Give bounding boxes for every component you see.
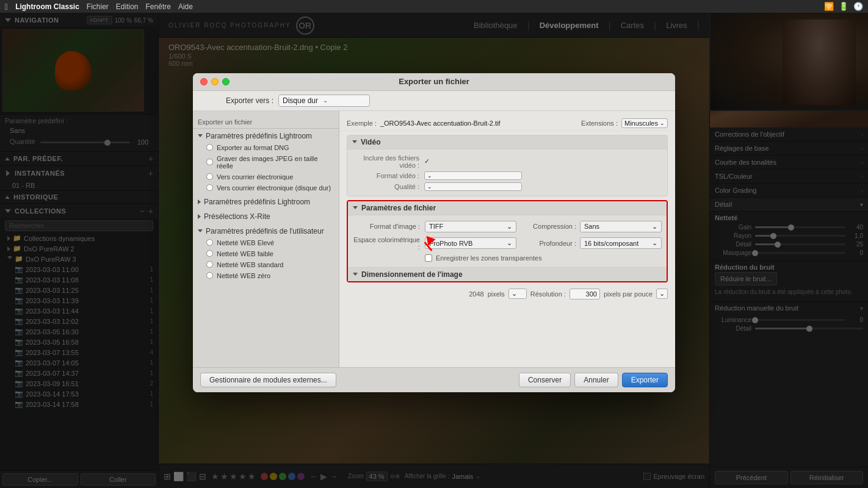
file-params-toggle-icon — [353, 206, 358, 209]
video-quality-select[interactable]: ⌄ — [424, 182, 522, 191]
exporter-vers-arrow-icon: ⌄ — [323, 97, 328, 104]
preset-header-user[interactable]: Paramètres prédéfinis de l'utilisateur — [193, 225, 339, 237]
preset-item-email-disk[interactable]: Vers courrier électronique (disque dur) — [193, 182, 339, 193]
video-toggle-icon — [352, 140, 357, 143]
compression-select[interactable]: Sans ⌄ — [580, 221, 662, 232]
video-format-label: Format vidéo : — [352, 172, 419, 179]
profondeur-select[interactable]: 16 bits/composant ⌄ — [580, 237, 662, 249]
preset-section-lr1: Paramètres prédéfinis Lightroom Exporter… — [193, 129, 339, 195]
compression-value: Sans — [584, 223, 599, 230]
video-title: Vidéo — [361, 138, 380, 146]
file-params-section: Paramètres de fichier Format d'image : T… — [347, 200, 668, 282]
preset-header-lr1[interactable]: Paramètres prédéfinis Lightroom — [193, 130, 339, 142]
preset-item-jpeg[interactable]: Graver des images JPEG en taille réelle — [193, 153, 339, 171]
menu-fenetre[interactable]: Fenêtre — [146, 2, 171, 11]
dimensionnement-title: Dimensionnement de l'image — [361, 270, 463, 279]
example-value: _ORO9543-Avec accentuation-Bruit-2.tif — [380, 120, 577, 127]
espace-select[interactable]: ProPhoto RVB ⌄ — [425, 237, 516, 249]
gestionnaire-button[interactable]: Gestionnaire de modules externes... — [200, 373, 336, 387]
modal-footer-right: Conserver Annuler Exporter — [519, 373, 668, 387]
minimize-window-button[interactable] — [211, 78, 219, 85]
modal-overlay: Exporter un fichier Exporter vers : Disq… — [0, 13, 868, 488]
preset-radio-email — [206, 173, 213, 180]
menu-fichier[interactable]: Fichier — [87, 2, 109, 11]
close-window-button[interactable] — [200, 78, 208, 85]
video-content: Inclure des fichiers vidéo : ✓ Format vi… — [347, 149, 667, 196]
preset-radio-ns — [206, 261, 213, 268]
format-label: Format d'image : — [353, 223, 420, 230]
profondeur-arrow-icon: ⌄ — [652, 239, 657, 247]
format-select[interactable]: TIFF ⌄ — [425, 221, 516, 232]
resolution-area: 2048 pixels ⌄ Résolution : pixels par po… — [339, 286, 675, 302]
preset-label-dng: Exporter au format DNG — [217, 144, 289, 151]
preset-arrow-user-icon — [198, 229, 203, 232]
resolution-label: Résolution : — [530, 290, 566, 298]
exporter-vers-row: Exporter vers : Disque dur ⌄ — [193, 91, 675, 111]
preset-item-nettete-eleve[interactable]: Netteté WEB Elevé — [193, 237, 339, 248]
resolution-input[interactable] — [570, 289, 600, 300]
exporter-vers-label: Exporter vers : — [200, 96, 273, 105]
preset-item-nettete-zero[interactable]: Netteté WEB zéro — [193, 270, 339, 281]
preset-item-nettete-faible[interactable]: Netteté WEB faible — [193, 248, 339, 259]
preset-label-email-disk: Vers courrier électronique (disque dur) — [217, 184, 331, 192]
modal-sidebar: Exporter un fichier Paramètres prédéfini… — [193, 111, 339, 367]
resolution-unit: pixels par pouce — [604, 290, 653, 298]
preset-arrow-lr1-icon — [198, 134, 203, 137]
profondeur-label: Profondeur : — [521, 240, 576, 247]
preset-section-user: Paramètres prédéfinis de l'utilisateur N… — [193, 224, 339, 282]
file-params-header[interactable]: Paramètres de fichier — [348, 201, 667, 215]
resolution-unit-select[interactable]: ⌄ — [656, 289, 668, 299]
compression-area: Compression : Sans ⌄ — [521, 221, 662, 232]
video-format-select[interactable]: ⌄ — [424, 171, 522, 180]
preset-arrow-xrite-icon — [198, 214, 201, 219]
battery-icon: 🔋 — [839, 2, 848, 11]
traffic-lights — [200, 78, 230, 85]
preset-header-lr2[interactable]: Paramètres prédéfinis Lightroom — [193, 196, 339, 208]
apple-menu-icon[interactable]:  — [5, 2, 8, 12]
preset-label-nf: Netteté WEB faible — [217, 250, 273, 257]
extensions-select[interactable]: Minuscules ⌄ — [621, 118, 668, 128]
preset-label-email: Vers courrier électronique — [217, 173, 293, 181]
pixels-arrow-icon: ⌄ — [512, 290, 517, 298]
menu-aide[interactable]: Aide — [178, 2, 193, 11]
main-layout: Navigation ADAPT. 100 % 66,7 % Paramètre… — [0, 13, 868, 488]
preset-label-ne: Netteté WEB Elevé — [217, 239, 274, 246]
format-value: TIFF — [429, 223, 443, 230]
preset-radio-ne — [206, 239, 213, 246]
video-check: ✓ — [424, 157, 430, 165]
preset-header-xrite[interactable]: Présélections X-Rite — [193, 210, 339, 223]
preset-title-user: Paramètres prédéfinis de l'utilisateur — [206, 227, 324, 235]
pixels-select[interactable]: ⌄ — [508, 289, 527, 299]
example-label: Exemple : — [347, 120, 377, 127]
transparent-label: Enregistrer les zones transparentes — [436, 254, 542, 262]
menu-edition[interactable]: Edition — [116, 2, 139, 11]
extensions-value: Minuscules — [624, 120, 658, 127]
preset-title-lr1: Paramètres prédéfinis Lightroom — [206, 132, 312, 140]
annuler-button[interactable]: Annuler — [574, 373, 618, 387]
preset-radio-nz — [206, 272, 213, 279]
transparent-checkbox[interactable] — [425, 254, 432, 262]
espace-label: Espace colorimétrique : — [353, 236, 420, 251]
video-quality-row: Qualité : ⌄ — [352, 181, 662, 192]
espace-arrow-icon: ⌄ — [507, 239, 512, 247]
exporter-vers-select[interactable]: Disque dur ⌄ — [278, 95, 370, 107]
exporter-vers-value: Disque dur — [283, 96, 318, 105]
maximize-window-button[interactable] — [222, 78, 230, 85]
app-name: Lightroom Classic — [15, 2, 79, 11]
video-format-arrow-icon: ⌄ — [427, 173, 432, 179]
res-unit-arrow-icon: ⌄ — [659, 290, 665, 298]
preset-item-nettete-standard[interactable]: Netteté WEB standard — [193, 259, 339, 270]
conserver-button[interactable]: Conserver — [519, 373, 571, 387]
dimensionnement-header[interactable]: Dimensionnement de l'image — [348, 267, 667, 281]
exporter-button[interactable]: Exporter — [622, 373, 668, 387]
preset-item-email[interactable]: Vers courrier électronique — [193, 171, 339, 182]
preset-arrow-lr2-icon — [198, 199, 201, 204]
preset-label-ns: Netteté WEB standard — [217, 261, 283, 268]
espace-value: ProPhoto RVB — [429, 240, 472, 247]
profondeur-area: Profondeur : 16 bits/composant ⌄ — [521, 237, 662, 249]
modal-footer: Gestionnaire de modules externes... Cons… — [193, 367, 675, 392]
dimensionnement-toggle-icon — [353, 273, 358, 276]
preset-item-dng[interactable]: Exporter au format DNG — [193, 142, 339, 153]
extensions-arrow-icon: ⌄ — [660, 120, 665, 126]
video-section-header[interactable]: Vidéo — [347, 135, 667, 149]
